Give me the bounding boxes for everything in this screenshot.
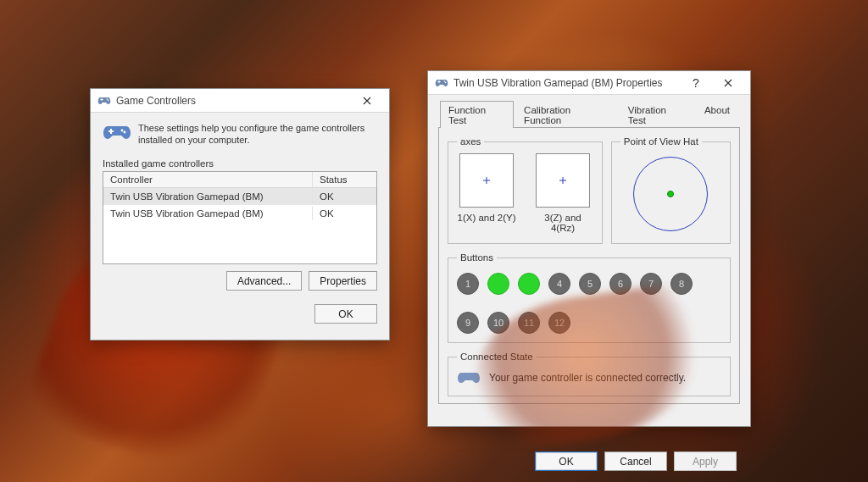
close-button[interactable]	[711, 73, 745, 93]
gamepad-button-7: 7	[640, 273, 662, 295]
gamepad-properties-dialog: Twin USB Vibration Gamepad (BM) Properti…	[427, 70, 751, 427]
tab-about[interactable]: About	[696, 101, 738, 128]
help-icon: ?	[693, 76, 699, 90]
tab-calibration-function[interactable]: Calibration Function	[515, 101, 618, 128]
axis-zrz-label: 3(Z) and 4(Rz)	[533, 213, 593, 233]
col-controller[interactable]: Controller	[103, 172, 312, 187]
list-label: Installed game controllers	[103, 158, 377, 169]
cancel-button[interactable]: Cancel	[604, 452, 667, 471]
apply-button[interactable]: Apply	[674, 452, 737, 471]
controllers-list[interactable]: Controller Status Twin USB Vibration Gam…	[103, 171, 377, 264]
connected-group: Connected State Your game controller is …	[448, 352, 731, 396]
info-bar: These settings help you configure the ga…	[103, 121, 377, 153]
close-button[interactable]	[350, 91, 384, 111]
svg-point-1	[108, 100, 109, 102]
svg-rect-7	[110, 129, 112, 134]
properties-button[interactable]: Properties	[309, 271, 377, 291]
svg-rect-3	[102, 98, 103, 101]
help-button[interactable]: ?	[684, 73, 708, 93]
svg-point-9	[445, 82, 447, 84]
ok-button[interactable]: OK	[314, 304, 377, 324]
gamepad-button-10: 10	[487, 312, 509, 334]
desktop-wallpaper: Game Controllers These settings help you…	[0, 0, 868, 482]
axis-zrz-indicator	[536, 153, 590, 208]
tab-vibration-test[interactable]: Vibration Test	[620, 101, 694, 128]
cell-status: OK	[312, 207, 376, 220]
pov-group: Point of View Hat	[611, 136, 731, 244]
gamepad-button-4: 4	[548, 273, 570, 295]
ok-button[interactable]: OK	[535, 452, 598, 471]
gamepad-button-11: 11	[518, 312, 540, 334]
cell-controller: Twin USB Vibration Gamepad (BM)	[103, 190, 312, 203]
gamepad-button-8: 8	[670, 273, 693, 295]
svg-rect-11	[439, 80, 440, 83]
connected-legend: Connected State	[457, 352, 537, 362]
axis-xy-label: 1(X) and 2(Y)	[457, 213, 516, 223]
gamepad-icon	[97, 94, 111, 108]
list-headers: Controller Status	[103, 172, 376, 188]
gamepad-button-6: 6	[609, 273, 632, 295]
gamepad-button-2: 2	[487, 273, 509, 295]
pov-circle	[633, 157, 708, 231]
cell-controller: Twin USB Vibration Gamepad (BM)	[103, 207, 312, 220]
axes-legend: axes	[457, 136, 484, 147]
cell-status: OK	[312, 190, 376, 203]
gamepad-button-1: 1	[457, 273, 479, 295]
gamepad-button-12: 12	[548, 312, 570, 334]
col-status[interactable]: Status	[312, 172, 376, 187]
svg-point-4	[121, 130, 124, 132]
tab-panel: axes 1(X) and 2(Y) 3(Z) and 4(Rz)	[438, 127, 740, 404]
table-row[interactable]: Twin USB Vibration Gamepad (BM)OK	[103, 205, 376, 222]
gamepad-button-5: 5	[579, 273, 601, 295]
axis-xy-indicator	[459, 153, 514, 208]
tab-function-test[interactable]: Function Test	[440, 101, 514, 128]
buttons-legend: Buttons	[457, 252, 497, 263]
title-text: Twin USB Vibration Gamepad (BM) Properti…	[453, 77, 684, 89]
gamepad-button-9: 9	[457, 312, 479, 334]
svg-point-0	[107, 98, 108, 100]
axis-3-4: 3(Z) and 4(Rz)	[533, 153, 593, 233]
axes-group: axes 1(X) and 2(Y) 3(Z) and 4(Rz)	[448, 136, 603, 244]
gamepad-icon	[103, 123, 131, 147]
table-row[interactable]: Twin USB Vibration Gamepad (BM)OK	[103, 188, 376, 205]
advanced-button[interactable]: Advanced...	[226, 271, 302, 291]
gamepad-button-3: 3	[518, 273, 540, 295]
gamepad-icon	[457, 370, 481, 385]
gamepad-icon	[435, 76, 448, 90]
buttons-group: Buttons 123456789101112	[448, 252, 731, 343]
pov-legend: Point of View Hat	[620, 136, 702, 147]
connected-text: Your game controller is connected correc…	[489, 372, 686, 384]
tab-strip: Function TestCalibration FunctionVibrati…	[440, 100, 738, 127]
pov-dot	[667, 191, 674, 197]
svg-point-5	[124, 131, 126, 134]
info-text: These settings help you configure the ga…	[138, 123, 377, 147]
game-controllers-dialog: Game Controllers These settings help you…	[90, 88, 390, 341]
title-text: Game Controllers	[116, 95, 350, 107]
axis-1-2: 1(X) and 2(Y)	[457, 153, 516, 233]
svg-point-8	[444, 80, 446, 82]
titlebar[interactable]: Twin USB Vibration Gamepad (BM) Properti…	[428, 71, 750, 95]
titlebar[interactable]: Game Controllers	[91, 89, 389, 113]
